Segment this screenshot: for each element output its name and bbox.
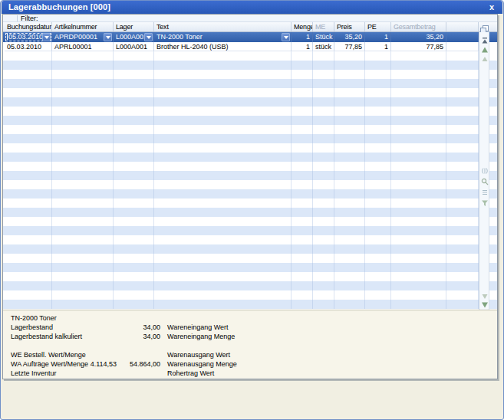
cell-buchungsdatum[interactable]: 05.03.2010: [5, 42, 52, 51]
empty-cell: [292, 254, 313, 263]
dropdown-button[interactable]: [282, 33, 290, 41]
empty-row[interactable]: [3, 290, 497, 300]
cell-lager[interactable]: L000A001: [114, 42, 154, 51]
scroll-to-top-icon[interactable]: [481, 34, 489, 41]
empty-cell: [114, 272, 154, 281]
empty-cell: [446, 88, 479, 97]
empty-row[interactable]: [3, 235, 497, 244]
empty-row[interactable]: [3, 180, 497, 189]
selected-table-row[interactable]: 05.03.2010APRDP00001L000A001TN-2000 Tone…: [3, 32, 497, 42]
empty-row[interactable]: [3, 244, 497, 254]
summary-row: Letzte InventurRohertrag Wert: [3, 369, 497, 378]
cell-menge[interactable]: 1: [292, 42, 313, 51]
column-header-text[interactable]: Text: [154, 22, 292, 31]
empty-cell: [391, 254, 446, 263]
empty-row[interactable]: [3, 217, 497, 226]
empty-row[interactable]: [3, 208, 497, 217]
cell-buchungsdatum[interactable]: 05.03.2010: [5, 32, 52, 42]
scrollbar[interactable]: [479, 32, 489, 310]
column-header-gesamtbetrag[interactable]: Gesamtbetrag: [391, 22, 446, 31]
empty-row[interactable]: [3, 116, 497, 125]
cell-text[interactable]: Brother HL-2040 (USB): [154, 42, 292, 51]
column-header-preis[interactable]: Preis: [334, 22, 365, 31]
scroll-down-page-icon[interactable]: [481, 290, 489, 297]
cell-text: 1: [384, 33, 388, 41]
cell-preis[interactable]: 77,85: [334, 42, 365, 51]
column-header-pe[interactable]: PE: [365, 22, 391, 31]
empty-row[interactable]: [3, 281, 497, 290]
column-header-me[interactable]: ME: [313, 22, 334, 31]
cell-gesamtbetrag[interactable]: 77,85: [391, 42, 446, 51]
cell-pe[interactable]: 1: [365, 42, 391, 51]
list-icon[interactable]: [481, 185, 489, 193]
filter-input[interactable]: [49, 15, 496, 22]
title-bar[interactable]: Lagerabbuchungen [000] x: [2, 1, 502, 14]
cell-gesamtbetrag[interactable]: 35,20: [391, 32, 446, 42]
empty-row[interactable]: [3, 79, 497, 88]
empty-row[interactable]: [3, 171, 497, 180]
empty-row[interactable]: [3, 143, 497, 153]
empty-row[interactable]: [3, 272, 497, 281]
empty-cell: [391, 79, 446, 88]
empty-cell: [292, 208, 313, 217]
empty-row[interactable]: [3, 199, 497, 208]
empty-row[interactable]: [3, 107, 497, 116]
empty-cell: [114, 281, 154, 290]
empty-row[interactable]: [3, 70, 497, 79]
scroll-up-page-icon[interactable]: [481, 52, 489, 60]
cell-lager[interactable]: L000A001: [114, 32, 154, 42]
empty-row[interactable]: [3, 125, 497, 134]
dropdown-button[interactable]: [144, 33, 153, 41]
cell-artikelnummer[interactable]: APRL00001: [52, 42, 114, 51]
cell-text[interactable]: TN-2000 Toner: [154, 32, 292, 42]
empty-cell: [292, 107, 313, 116]
scroll-up-icon[interactable]: [481, 43, 489, 51]
table-row[interactable]: 05.03.2010APRL00001L000A001Brother HL-20…: [3, 42, 497, 51]
cell-preis[interactable]: 35,20: [334, 32, 365, 42]
filter-funnel-icon[interactable]: [481, 196, 489, 204]
copy-icon[interactable]: [480, 23, 489, 31]
empty-row[interactable]: [3, 263, 497, 272]
empty-row[interactable]: [3, 61, 497, 70]
empty-row[interactable]: [3, 254, 497, 263]
empty-row[interactable]: [3, 153, 497, 162]
empty-row[interactable]: [3, 88, 497, 97]
columns-icon[interactable]: [481, 164, 489, 172]
search-icon[interactable]: [481, 175, 489, 182]
cell-spacer[interactable]: [446, 42, 479, 51]
empty-cell: [114, 125, 154, 134]
scroll-down-icon[interactable]: [481, 298, 489, 306]
empty-row[interactable]: [3, 51, 497, 61]
empty-cell: [334, 244, 365, 254]
empty-row[interactable]: [3, 226, 497, 235]
cell-spacer[interactable]: [446, 32, 479, 42]
dropdown-button[interactable]: [104, 33, 112, 41]
column-header-artikelnummer[interactable]: Artikelnummer: [52, 22, 114, 31]
cell-menge[interactable]: 1: [292, 32, 313, 42]
empty-row[interactable]: [3, 134, 497, 143]
cell-me[interactable]: stück: [313, 42, 334, 51]
empty-cell: [292, 70, 313, 79]
column-header-buchungsdatum[interactable]: Buchungsdatum: [5, 22, 52, 31]
empty-cell: [391, 300, 446, 309]
empty-row[interactable]: [3, 300, 497, 309]
cell-text: 35,20: [344, 33, 362, 41]
column-header-spacer[interactable]: [446, 22, 479, 31]
empty-cell: [292, 88, 313, 97]
empty-row[interactable]: [3, 189, 497, 199]
empty-cell: [446, 208, 479, 217]
cell-me[interactable]: Stück: [313, 32, 334, 42]
column-header-menge[interactable]: Menge: [292, 22, 313, 31]
close-button[interactable]: x: [489, 1, 494, 13]
cell-pe[interactable]: 1: [365, 32, 391, 42]
cell-artikelnummer[interactable]: APRDP00001: [52, 32, 114, 42]
dropdown-button[interactable]: [42, 33, 51, 41]
empty-cell: [52, 208, 114, 217]
empty-cell: [114, 180, 154, 189]
empty-cell: [52, 235, 114, 244]
empty-row[interactable]: [3, 162, 497, 171]
column-header-lager[interactable]: Lager: [114, 22, 154, 31]
empty-row[interactable]: [3, 97, 497, 107]
empty-cell: [114, 300, 154, 309]
empty-cell: [446, 116, 479, 125]
